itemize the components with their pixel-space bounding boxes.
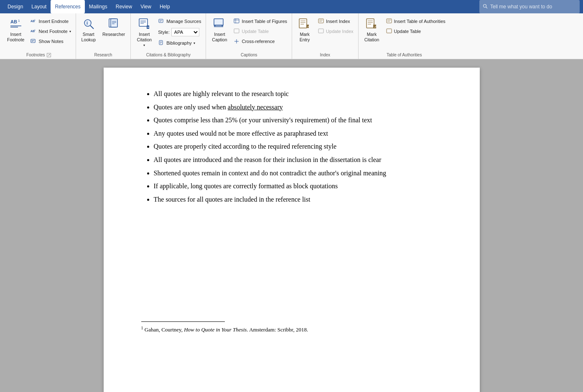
show-notes-button[interactable]: Show Notes: [28, 37, 73, 46]
svg-text:✓: ✓: [307, 25, 310, 28]
bibliography-dropdown-icon: ▾: [193, 41, 195, 45]
svg-text:i: i: [87, 20, 88, 25]
style-label: Style:: [158, 30, 170, 35]
list-item: Any quotes used would not be more effect…: [154, 128, 442, 139]
ribbon-group-table-authorities: ✓ MarkCitation Insert Table of Authoriti…: [359, 13, 450, 59]
search-input[interactable]: [490, 4, 576, 10]
footnote-citation-rest: . Amsterdam: Scribbr, 2018.: [247, 327, 308, 333]
update-table-auth-button[interactable]: Update Table: [384, 27, 448, 36]
insert-index-icon: [318, 18, 324, 25]
menu-mailings[interactable]: Mailings: [85, 0, 112, 13]
svg-rect-51: [367, 19, 374, 28]
insert-footnote-button[interactable]: AB 1 InsertFootnote: [4, 15, 27, 44]
insert-index-label: Insert Index: [326, 19, 350, 24]
update-table-auth-icon: [386, 28, 392, 35]
document-area: All quotes are highly relevant to the re…: [0, 59, 583, 392]
menu-references[interactable]: References: [51, 0, 84, 13]
insert-table-authorities-button[interactable]: Insert Table of Authorities: [384, 17, 448, 26]
bibliography-button[interactable]: Bibliography ▾: [156, 38, 203, 48]
menu-review[interactable]: Review: [112, 0, 136, 13]
svg-line-1: [486, 7, 488, 8]
insert-caption-icon: [213, 17, 226, 30]
svg-rect-59: [387, 29, 392, 33]
underlined-text: absolutely necessary: [228, 104, 283, 111]
show-notes-icon: [30, 38, 37, 45]
mark-entry-button[interactable]: ✓ MarkEntry: [295, 15, 315, 44]
next-footnote-dropdown-icon: ▾: [69, 30, 71, 33]
footnote-separator: [141, 321, 225, 322]
update-index-label: Update Index: [326, 29, 353, 34]
menu-bar: Design Layout References Mailings Review…: [0, 0, 583, 13]
style-select[interactable]: APA MLA Chicago: [171, 28, 199, 36]
research-group-label: Research: [79, 52, 128, 59]
show-notes-label: Show Notes: [38, 39, 63, 44]
update-table-captions-label: Update Table: [242, 29, 269, 34]
update-table-captions-icon: [233, 28, 240, 35]
researcher-icon: [107, 17, 120, 30]
svg-point-0: [484, 4, 486, 7]
ribbon-group-research: i SmartLookup Researcher: [76, 13, 131, 59]
list-item: Quotes comprise less than 25% (or your u…: [154, 115, 442, 126]
insert-citation-button[interactable]: + InsertCitation ▾: [133, 15, 155, 49]
list-item: The sources for all quotes are included …: [154, 194, 442, 205]
mark-entry-label: MarkEntry: [300, 32, 310, 42]
insert-table-of-figures-icon: [233, 18, 240, 25]
svg-rect-33: [214, 19, 223, 25]
footnotes-expand-icon[interactable]: ↗: [47, 53, 51, 57]
menu-layout[interactable]: Layout: [27, 0, 51, 13]
insert-endnote-label: Insert Endnote: [38, 19, 69, 24]
menu-design[interactable]: Design: [3, 0, 27, 13]
update-table-captions-button: Update Table: [231, 27, 289, 36]
search-box[interactable]: [479, 0, 580, 13]
footnote-number: 1: [141, 326, 143, 330]
svg-text:1: 1: [18, 19, 20, 23]
bibliography-icon: [158, 40, 165, 46]
svg-rect-36: [234, 19, 239, 23]
list-item: Quotes are properly cited according to t…: [154, 141, 442, 152]
menu-view[interactable]: View: [136, 0, 155, 13]
citations-group-label: Citations & Bibliography: [133, 52, 203, 59]
footnote-title: How to Quote in Your Thesis: [184, 327, 247, 333]
insert-footnote-label: InsertFootnote: [7, 32, 24, 42]
captions-group-label: Captions: [209, 52, 289, 59]
insert-table-of-figures-button[interactable]: Insert Table of Figures: [231, 17, 289, 26]
smart-lookup-button[interactable]: i SmartLookup: [79, 15, 99, 44]
insert-table-authorities-label: Insert Table of Authorities: [394, 19, 446, 24]
footnote-text: 1 Gahan, Courtney, How to Quote in Your …: [141, 325, 442, 334]
mark-entry-icon: ✓: [298, 17, 311, 30]
svg-rect-47: [318, 19, 323, 23]
researcher-button[interactable]: Researcher: [99, 15, 128, 39]
cross-reference-button[interactable]: Cross-reference: [231, 37, 289, 46]
insert-index-button[interactable]: Insert Index: [316, 17, 355, 26]
manage-sources-icon: [158, 18, 165, 25]
ribbon: AB 1 InsertFootnote AB 1: [0, 13, 583, 59]
svg-text:1: 1: [34, 19, 36, 21]
svg-text:+: +: [147, 25, 149, 29]
insert-table-of-figures-label: Insert Table of Figures: [242, 19, 287, 24]
svg-text:AB: AB: [10, 19, 17, 24]
list-item: All quotes are introduced and the reason…: [154, 154, 442, 165]
researcher-label: Researcher: [102, 32, 125, 37]
svg-rect-56: [387, 19, 392, 23]
footnotes-group-label: Footnotes ↗: [4, 52, 73, 59]
mark-citation-button[interactable]: ✓ MarkCitation: [361, 15, 383, 44]
mark-citation-label: MarkCitation: [364, 32, 379, 42]
insert-endnote-button[interactable]: AB 1 Insert Endnote: [28, 17, 73, 26]
smart-lookup-icon: i: [82, 17, 95, 30]
manage-sources-button[interactable]: Manage Sources: [156, 17, 203, 26]
update-table-auth-label: Update Table: [394, 29, 421, 34]
svg-text:1: 1: [34, 29, 36, 31]
menu-help[interactable]: Help: [155, 0, 174, 13]
bibliography-label: Bibliography: [166, 40, 192, 46]
next-footnote-button[interactable]: AB 1 Next Footnote ▾: [28, 27, 73, 36]
ribbon-group-index: ✓ MarkEntry Insert Index: [292, 13, 358, 59]
insert-footnote-icon: AB 1: [9, 17, 23, 30]
svg-line-15: [90, 25, 94, 29]
footnote-author: Gahan, Courtney,: [145, 327, 184, 333]
insert-caption-button[interactable]: InsertCaption: [209, 15, 230, 44]
svg-text:✓: ✓: [374, 25, 377, 29]
next-footnote-icon: AB 1: [30, 28, 37, 35]
next-footnote-label: Next Footnote: [38, 29, 67, 34]
list-item: All quotes are highly relevant to the re…: [154, 89, 442, 99]
ribbon-group-footnotes: AB 1 InsertFootnote AB 1: [2, 13, 76, 59]
